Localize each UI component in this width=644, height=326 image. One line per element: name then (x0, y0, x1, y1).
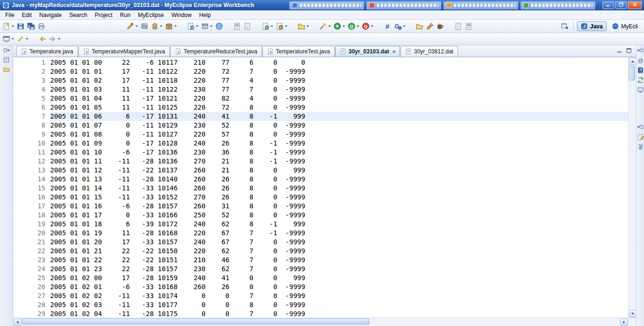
menu-myeclipse[interactable]: MyEclipse (134, 11, 168, 19)
sync-button[interactable] (636, 77, 644, 85)
gweb-button[interactable]: G (393, 21, 407, 31)
tab-30yr_03103.dat[interactable]: 30yr_03103.dat× (335, 46, 400, 57)
window-minimize-button[interactable] (602, 1, 614, 9)
code-line[interactable]: 172005 01 01 16 -6 -28 10157 260 31 8 0 … (13, 202, 628, 211)
wiz-pkg-button[interactable] (275, 21, 288, 31)
tab-TemperatureMapperTest.java[interactable]: JTemperatureMapperTest.java (78, 46, 170, 57)
deploy-button[interactable] (125, 21, 139, 31)
new-doc-button[interactable] (1, 21, 15, 31)
restore-r-button[interactable] (636, 47, 644, 55)
menu-window[interactable]: Window (168, 11, 196, 19)
scroll-down-button[interactable] (629, 310, 636, 317)
tab-30yr_03812.dat[interactable]: 30yr_03812.dat (400, 46, 458, 57)
code-line[interactable]: 22005 01 01 01 17 -11 10122 220 72 7 0 -… (13, 67, 628, 76)
menu-navigate[interactable]: Navigate (35, 11, 65, 19)
code-line[interactable]: 82005 01 01 07 0 -11 10129 230 52 8 0 -9… (13, 121, 628, 130)
menu-run[interactable]: Run (116, 11, 134, 19)
tab-close-icon[interactable]: × (392, 49, 395, 54)
code-line[interactable]: 52005 01 01 04 11 -17 10121 220 82 4 0 -… (13, 94, 628, 103)
doc1-button[interactable] (453, 21, 463, 31)
menu-edit[interactable]: Edit (18, 11, 35, 19)
code-line[interactable]: 12005 01 01 00 22 -6 10117 210 77 6 0 0 (13, 58, 628, 67)
folder-button[interactable] (2, 66, 11, 74)
titlebar-task-pill-3[interactable] (444, 1, 518, 9)
server-button[interactable] (139, 21, 149, 31)
titlebar-task-pill-1[interactable] (289, 1, 364, 9)
open-perspective-button[interactable] (560, 21, 570, 31)
webdoc-button[interactable] (186, 21, 200, 31)
jar-button[interactable] (150, 21, 164, 31)
package-button[interactable] (164, 21, 178, 31)
menu-help[interactable]: Help (195, 11, 215, 19)
restore-r-button[interactable] (636, 123, 644, 131)
code-line[interactable]: 282005 01 02 03 -11 -33 10177 0 0 8 0 -9… (13, 300, 628, 309)
horizontal-scroll-thumb[interactable] (22, 318, 369, 325)
back-button[interactable] (37, 34, 47, 44)
tab-Temperature.java[interactable]: JTemperature.java (16, 46, 78, 57)
code-line[interactable]: 92005 01 01 08 0 -11 10127 220 57 8 0 -9… (13, 130, 628, 139)
scroll-up-button[interactable] (629, 58, 636, 65)
layout-button[interactable] (2, 56, 11, 64)
menu-project[interactable]: Project (91, 11, 116, 19)
window-restore-button[interactable] (615, 1, 627, 9)
code-line[interactable]: 182005 01 01 17 0 -33 10166 250 52 8 0 -… (13, 211, 628, 220)
brush-button[interactable] (425, 21, 435, 31)
window-close-button[interactable] (628, 1, 642, 9)
run-server-button[interactable]: Q (347, 21, 360, 31)
perspective-java[interactable]: JJava (577, 21, 607, 31)
fwd-button[interactable] (48, 34, 61, 44)
stop-server-button[interactable]: Q (361, 21, 374, 31)
save-all-button[interactable] (26, 21, 36, 31)
code-line[interactable]: 152005 01 01 14 -11 -33 10146 260 26 8 0… (13, 184, 628, 193)
maximize-view-button[interactable] (625, 47, 633, 55)
horizontal-scroll-track[interactable] (21, 318, 620, 326)
code-line[interactable]: 142005 01 01 13 -11 -28 10140 260 26 8 0… (13, 175, 628, 184)
code-line[interactable]: 112005 01 01 10 -6 -17 10136 230 36 8 -1… (13, 148, 628, 157)
table-button[interactable] (200, 21, 214, 31)
book-button[interactable] (636, 67, 644, 75)
menu-search[interactable]: Search (65, 11, 91, 19)
code-line[interactable]: 132005 01 01 12 -11 -22 10137 260 21 8 0… (13, 166, 628, 175)
folder-open-button[interactable] (415, 21, 425, 31)
vertical-scrollbar[interactable] (628, 57, 636, 317)
doc1-button[interactable] (243, 21, 252, 31)
titlebar-task-pill-2[interactable] (366, 1, 441, 9)
code-line[interactable]: 192005 01 01 18 6 -39 10172 240 62 8 -1 … (13, 220, 628, 229)
code-line[interactable]: 32005 01 01 02 17 -11 10118 220 77 4 0 -… (13, 76, 628, 85)
code-line[interactable]: 262005 01 02 01 -6 -33 10168 260 26 0 0 … (13, 283, 628, 292)
save-button[interactable] (16, 21, 26, 31)
globe-button[interactable] (214, 21, 224, 31)
menu-file[interactable]: File (1, 11, 18, 19)
code-line[interactable]: 162005 01 01 15 -11 -33 10152 270 26 8 0… (13, 193, 628, 202)
tab-TemperatureTest.java[interactable]: JTemperatureTest.java (262, 46, 335, 57)
monitor-button[interactable] (636, 86, 644, 94)
code-area[interactable]: 12005 01 01 00 22 -6 10117 210 77 6 0 02… (13, 57, 628, 317)
horizontal-scrollbar[interactable] (13, 318, 628, 326)
console-run-button[interactable] (1, 34, 15, 44)
wiz-class-button[interactable]: C (261, 21, 274, 31)
doc2-button[interactable] (464, 21, 474, 31)
run-button[interactable] (332, 21, 346, 31)
scroll-right-button[interactable] (620, 318, 628, 326)
code-line[interactable]: 272005 01 02 02 -11 -33 10174 0 0 7 0 -9… (13, 292, 628, 300)
code-line[interactable]: 232005 01 01 22 22 -22 10151 210 46 7 0 … (13, 256, 628, 265)
print-button[interactable] (36, 21, 46, 31)
mark-button[interactable] (16, 34, 29, 44)
code-line[interactable]: 252005 01 02 00 17 -28 10159 240 41 0 0 … (13, 274, 628, 283)
vertical-scroll-thumb[interactable] (629, 66, 635, 80)
doc2-button[interactable] (232, 21, 242, 31)
code-line[interactable]: 202005 01 01 19 11 -28 10168 220 67 7 -1… (13, 229, 628, 238)
code-line[interactable]: 222005 01 01 21 22 -22 10150 220 62 7 0 … (13, 247, 628, 256)
snippet-button[interactable] (636, 133, 644, 141)
minimize-view-button[interactable] (615, 47, 624, 55)
code-line[interactable]: 42005 01 01 03 11 -11 10122 230 77 7 0 -… (13, 85, 628, 94)
coffee-button[interactable] (435, 21, 445, 31)
perspective-myecli[interactable]: MyEcli (608, 21, 642, 31)
at-button[interactable]: @ (636, 57, 644, 65)
code-line[interactable]: 292005 01 02 04 -11 -28 10175 0 0 7 0 -9… (13, 309, 628, 317)
wand-button[interactable] (318, 21, 332, 31)
code-line[interactable]: 122005 01 01 11 -11 -28 10136 270 21 8 -… (13, 157, 628, 166)
titlebar-task-pill-4[interactable] (521, 1, 595, 9)
code-line[interactable]: 72005 01 01 06 6 -17 10131 240 41 8 -1 9… (13, 112, 628, 121)
code-line[interactable]: 212005 01 01 20 17 -33 10157 240 67 7 0 … (13, 238, 628, 247)
